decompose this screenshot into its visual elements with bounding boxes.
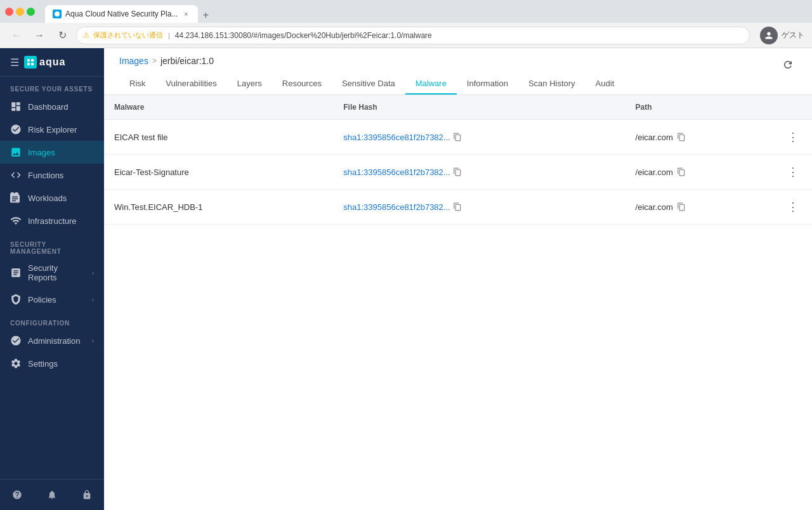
path-text-0: /eicar.com <box>636 133 673 142</box>
copy-hash-icon-1[interactable] <box>453 167 462 176</box>
window-controls <box>5 8 35 16</box>
sidebar-item-images[interactable]: Images <box>0 141 104 164</box>
reload-btn[interactable]: ↻ <box>53 27 71 44</box>
sidebar-item-policies[interactable]: Policies › <box>0 288 104 311</box>
tab-scan-history[interactable]: Scan History <box>518 74 586 95</box>
actions-cell-0: ⋮ <box>774 120 812 155</box>
guest-label: ゲスト <box>782 30 804 41</box>
sidebar-header: ☰ aqua <box>0 48 104 77</box>
table-row: Win.Test.EICAR_HDB-1 sha1:3395856ce81f2b… <box>104 190 812 225</box>
col-path: Path <box>625 95 774 120</box>
breadcrumb-parent-link[interactable]: Images <box>119 56 148 66</box>
copy-path-icon-1[interactable] <box>677 167 686 176</box>
infrastructure-icon <box>10 215 22 226</box>
dashboard-icon <box>10 101 22 112</box>
sidebar-item-security-reports[interactable]: Security Reports › <box>0 258 104 288</box>
svg-point-0 <box>55 11 60 16</box>
malware-name-0: EICAR test file <box>104 120 333 155</box>
functions-icon <box>10 169 22 181</box>
url-bar[interactable]: ⚠ 保護されていない通信 | 44.234.186.151:30080/#/im… <box>76 27 750 44</box>
address-bar: ← → ↻ ⚠ 保護されていない通信 | 44.234.186.151:3008… <box>0 23 812 48</box>
url-text: 44.234.186.151:30080/#/images/Docker%20H… <box>175 31 432 40</box>
sidebar-item-infrastructure-label: Infrastructure <box>28 216 77 226</box>
images-icon <box>10 147 22 158</box>
file-hash-link-1[interactable]: sha1:3395856ce81f2b7382... <box>343 167 615 177</box>
logo: aqua <box>24 56 65 69</box>
settings-icon <box>10 358 22 369</box>
tab-information[interactable]: Information <box>457 74 518 95</box>
forward-btn[interactable]: → <box>30 27 48 44</box>
security-reports-arrow: › <box>92 270 94 277</box>
actions-cell-2: ⋮ <box>774 190 812 225</box>
tab-vulnerabilities[interactable]: Vulnerabilities <box>155 74 226 95</box>
tab-malware[interactable]: Malware <box>405 74 457 95</box>
file-hash-cell-0: sha1:3395856ce81f2b7382... <box>333 120 625 155</box>
tab-close-btn[interactable]: × <box>181 10 190 18</box>
back-btn[interactable]: ← <box>8 27 25 44</box>
copy-path-icon-2[interactable] <box>677 202 686 211</box>
file-hash-text-2: sha1:3395856ce81f2b7382... <box>343 202 450 212</box>
tab-risk[interactable]: Risk <box>119 74 155 95</box>
hamburger-btn[interactable]: ☰ <box>10 56 19 69</box>
sidebar-item-security-reports-label: Security Reports <box>28 263 86 282</box>
app-layout: ☰ aqua Secure Your Assets Dashboard Risk… <box>0 48 812 510</box>
breadcrumb: Images > jerbi/eicar:1.0 <box>119 56 214 66</box>
sidebar-item-workloads[interactable]: Workloads <box>0 186 104 209</box>
copy-hash-icon-0[interactable] <box>453 133 462 141</box>
table-row: Eicar-Test-Signature sha1:3395856ce81f2b… <box>104 155 812 190</box>
url-warning-text: 保護されていない通信 <box>93 30 163 40</box>
lock-btn[interactable] <box>77 485 97 505</box>
file-hash-cell-1: sha1:3395856ce81f2b7382... <box>333 155 625 190</box>
sidebar-item-settings[interactable]: Settings <box>0 352 104 375</box>
maximize-window-btn[interactable] <box>27 8 35 16</box>
actions-cell-1: ⋮ <box>774 155 812 190</box>
file-hash-link-0[interactable]: sha1:3395856ce81f2b7382... <box>343 133 615 142</box>
section-label-security-mgmt: Security Management <box>0 232 104 258</box>
sidebar-item-dashboard[interactable]: Dashboard <box>0 95 104 118</box>
sidebar-item-administration-label: Administration <box>28 336 80 346</box>
security-warning-icon: ⚠ <box>83 31 89 39</box>
browser-chrome: Aqua Cloud Native Security Pla... × + <box>0 0 812 23</box>
administration-arrow: › <box>92 337 94 344</box>
svg-rect-4 <box>31 63 34 65</box>
sidebar-item-policies-label: Policies <box>28 295 56 304</box>
logo-icon <box>24 56 37 69</box>
section-label-secure-assets: Secure Your Assets <box>0 77 104 95</box>
malware-name-2: Win.Test.EICAR_HDB-1 <box>104 190 333 225</box>
profile-btn[interactable] <box>760 27 778 44</box>
help-btn[interactable] <box>7 485 27 505</box>
svg-rect-3 <box>27 63 30 65</box>
copy-path-icon-0[interactable] <box>677 133 686 141</box>
minimize-window-btn[interactable] <box>16 8 24 16</box>
sidebar-item-functions-label: Functions <box>28 171 63 180</box>
file-hash-text-1: sha1:3395856ce81f2b7382... <box>343 167 450 177</box>
sidebar-item-workloads-label: Workloads <box>28 193 67 203</box>
tab-sensitive-data[interactable]: Sensitive Data <box>332 74 405 95</box>
refresh-btn[interactable] <box>779 56 797 74</box>
table-header-row: Malware File Hash Path <box>104 95 812 120</box>
tab-resources[interactable]: Resources <box>272 74 332 95</box>
path-cell-0: /eicar.com <box>625 120 774 155</box>
sidebar-item-administration[interactable]: Administration › <box>0 329 104 352</box>
file-hash-link-2[interactable]: sha1:3395856ce81f2b7382... <box>343 202 615 212</box>
sidebar-item-functions[interactable]: Functions <box>0 164 104 186</box>
new-tab-btn[interactable]: + <box>198 8 213 23</box>
copy-hash-icon-2[interactable] <box>453 202 462 211</box>
section-label-configuration: Configuration <box>0 311 104 329</box>
sidebar-item-risk-explorer[interactable]: Risk Explorer <box>0 118 104 141</box>
tab-layers[interactable]: Layers <box>227 74 272 95</box>
col-file-hash: File Hash <box>333 95 625 120</box>
notifications-btn[interactable] <box>42 485 62 505</box>
close-window-btn[interactable] <box>5 8 13 16</box>
svg-rect-1 <box>27 59 30 62</box>
sidebar-item-infrastructure[interactable]: Infrastructure <box>0 209 104 232</box>
breadcrumb-current: jerbi/eicar:1.0 <box>160 56 214 66</box>
more-actions-btn-2[interactable]: ⋮ <box>784 198 802 216</box>
more-actions-btn-0[interactable]: ⋮ <box>784 128 802 146</box>
sidebar-item-images-label: Images <box>28 148 55 157</box>
path-cell-2: /eicar.com <box>625 190 774 225</box>
tab-audit[interactable]: Audit <box>586 74 625 95</box>
browser-tab-active[interactable]: Aqua Cloud Native Security Pla... × <box>45 5 198 23</box>
more-actions-btn-1[interactable]: ⋮ <box>784 163 802 181</box>
tabs: Risk Vulnerabilities Layers Resources Se… <box>119 74 797 95</box>
